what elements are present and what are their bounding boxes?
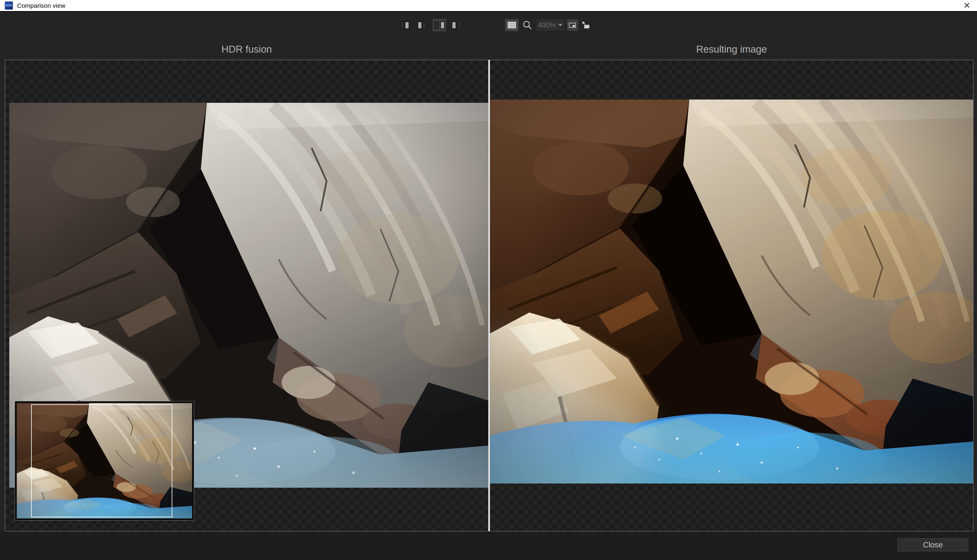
- toolbar: 400%: [398, 18, 593, 32]
- navigator-view-rectangle[interactable]: [31, 404, 172, 517]
- comparison-panes: [5, 60, 974, 531]
- navigator-thumbnail[interactable]: [15, 401, 194, 520]
- actual-size-button[interactable]: [580, 20, 591, 31]
- titlebar: HDR Comparison view ✕: [0, 0, 977, 11]
- resulting-image-pane: [490, 60, 974, 531]
- actual-size-icon: [582, 21, 590, 29]
- zoom-level-dropdown[interactable]: 400%: [537, 20, 564, 30]
- zoom-level-value: 400%: [537, 21, 557, 29]
- fit-to-window-button[interactable]: [567, 20, 578, 31]
- side-by-side-result-right-icon: [434, 22, 445, 29]
- comparison-view-window: HDR Comparison view ✕: [0, 0, 977, 560]
- loupe-toggle-button[interactable]: [505, 19, 519, 32]
- resulting-image[interactable]: [490, 100, 973, 483]
- window-close-icon[interactable]: ✕: [964, 2, 970, 10]
- fit-to-window-icon: [569, 21, 576, 29]
- magnifier-icon: [522, 20, 532, 30]
- right-pane-title: Resulting image: [490, 43, 974, 56]
- window-title: Comparison view: [17, 2, 65, 9]
- titlebar-separator: [0, 11, 977, 12]
- loupe-icon: [507, 21, 517, 30]
- split-view-result-right-icon: [400, 22, 409, 29]
- view-mode-split-result-right-button[interactable]: [398, 19, 412, 32]
- chevron-down-icon: [558, 24, 562, 26]
- split-view-result-left-icon: [418, 22, 427, 29]
- close-button[interactable]: Close: [897, 538, 968, 551]
- hdr-fusion-pane: [5, 60, 488, 531]
- view-mode-split-result-left-button[interactable]: [415, 19, 429, 32]
- view-mode-side-by-side-result-left-button[interactable]: [450, 19, 464, 32]
- view-mode-side-by-side-result-right-button[interactable]: [433, 19, 446, 32]
- zoom-dropdown-arrow: [557, 20, 564, 30]
- left-pane-title: HDR fusion: [5, 43, 488, 56]
- app-hdr-icon: HDR: [5, 2, 13, 10]
- side-by-side-result-left-icon: [452, 22, 462, 29]
- bottom-bar: Close: [0, 531, 977, 560]
